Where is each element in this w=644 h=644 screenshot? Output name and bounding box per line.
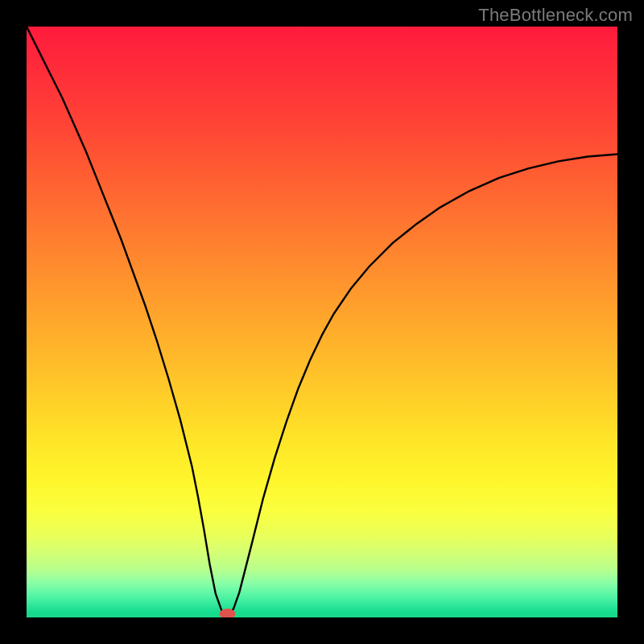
watermark-text: TheBottleneck.com [478, 5, 633, 26]
bottleneck-curve [27, 27, 617, 614]
chart-frame: TheBottleneck.com [0, 0, 644, 644]
chart-svg [27, 27, 617, 617]
plot-area [27, 27, 617, 617]
